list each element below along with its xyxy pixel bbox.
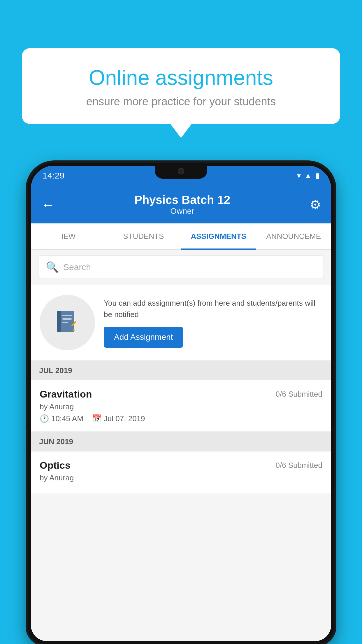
search-icon: 🔍 — [46, 261, 59, 273]
assignment-item-gravitation[interactable]: Gravitation 0/6 Submitted by Anurag 🕐 10… — [31, 380, 331, 432]
assignment-submitted-optics: 0/6 Submitted — [276, 461, 322, 470]
speech-bubble-title: Online assignments — [42, 66, 320, 90]
app-bar-title: Physics Batch 12 — [134, 193, 230, 206]
section-header-jul: JUL 2019 — [31, 360, 331, 380]
assignment-author-optics: by Anurag — [40, 473, 322, 482]
section-header-jun: JUN 2019 — [31, 432, 331, 452]
clock-icon: 🕐 — [40, 414, 49, 423]
assignment-name: Gravitation — [40, 388, 92, 400]
assignment-top-row-optics: Optics 0/6 Submitted — [40, 460, 322, 471]
assignment-time: 🕐 10:45 AM — [40, 414, 83, 423]
svg-rect-2 — [62, 315, 72, 316]
camera-icon — [178, 168, 184, 174]
assignment-date: 📅 Jul 07, 2019 — [92, 414, 145, 423]
speech-bubble: Online assignments ensure more practice … — [22, 48, 340, 124]
phone-screen: 14:29 ▾ ▲ ▮ ← Physics Batch 12 Owner ⚙ I… — [31, 166, 331, 641]
content-area: 🔍 Search You can ad — [31, 250, 331, 641]
app-bar-title-group: Physics Batch 12 Owner — [134, 193, 230, 216]
speech-bubble-subtitle: ensure more practice for your students — [42, 95, 320, 108]
assignment-submitted: 0/6 Submitted — [276, 390, 322, 399]
assignment-time-value: 10:45 AM — [51, 414, 83, 423]
svg-rect-4 — [62, 322, 68, 323]
status-icons: ▾ ▲ ▮ — [297, 171, 319, 180]
assignment-meta: 🕐 10:45 AM 📅 Jul 07, 2019 — [40, 414, 322, 423]
assignment-date-value: Jul 07, 2019 — [104, 414, 145, 423]
search-placeholder: Search — [63, 262, 91, 272]
tab-iew[interactable]: IEW — [31, 224, 106, 250]
tab-announcements[interactable]: ANNOUNCEME — [256, 224, 331, 250]
tab-students[interactable]: STUDENTS — [106, 224, 181, 250]
status-time: 14:29 — [43, 171, 64, 181]
promo-text-group: You can add assignment(s) from here and … — [104, 298, 322, 348]
calendar-icon: 📅 — [92, 414, 101, 423]
promo-icon-circle — [40, 295, 95, 350]
add-assignment-button[interactable]: Add Assignment — [104, 327, 183, 348]
assignment-author: by Anurag — [40, 402, 322, 411]
notch — [155, 163, 207, 179]
assignment-item-optics[interactable]: Optics 0/6 Submitted by Anurag — [31, 452, 331, 494]
assignment-top-row: Gravitation 0/6 Submitted — [40, 388, 322, 400]
tabs-bar: IEW STUDENTS ASSIGNMENTS ANNOUNCEME — [31, 223, 331, 250]
back-button[interactable]: ← — [41, 197, 55, 213]
settings-button[interactable]: ⚙ — [310, 197, 321, 212]
search-container[interactable]: 🔍 Search — [38, 256, 324, 279]
signal-icon: ▲ — [304, 171, 312, 180]
promo-card: You can add assignment(s) from here and … — [31, 285, 331, 360]
tab-assignments[interactable]: ASSIGNMENTS — [181, 224, 256, 250]
battery-icon: ▮ — [315, 171, 319, 180]
wifi-icon: ▾ — [297, 171, 301, 180]
promo-description: You can add assignment(s) from here and … — [104, 298, 322, 320]
assignment-name-optics: Optics — [40, 460, 71, 471]
svg-rect-1 — [57, 311, 61, 332]
app-bar-subtitle: Owner — [134, 206, 230, 216]
app-bar: ← Physics Batch 12 Owner ⚙ — [31, 186, 331, 223]
notebook-icon — [54, 309, 80, 336]
svg-rect-3 — [62, 318, 72, 320]
phone-frame: 14:29 ▾ ▲ ▮ ← Physics Batch 12 Owner ⚙ I… — [28, 163, 334, 644]
